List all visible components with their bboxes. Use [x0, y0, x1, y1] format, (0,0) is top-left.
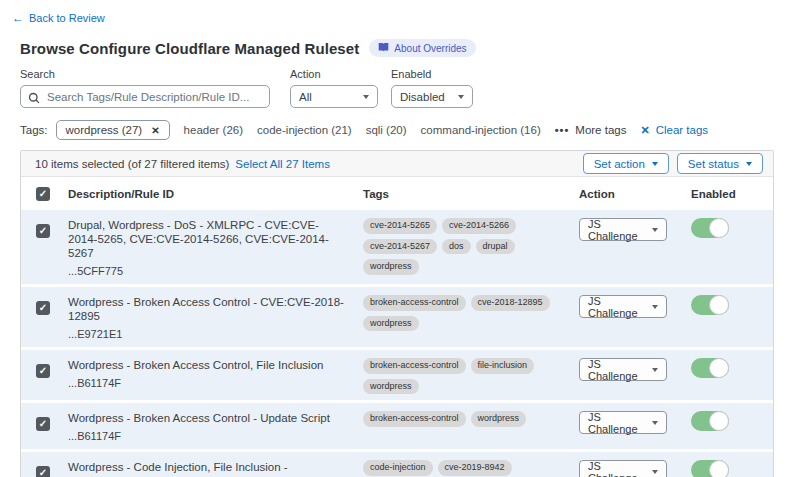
- page-title: Browse Configure Cloudflare Managed Rule…: [20, 40, 359, 57]
- enabled-toggle[interactable]: [691, 218, 729, 238]
- column-header-action: Action: [579, 188, 691, 200]
- back-link[interactable]: ← Back to Review: [12, 12, 105, 24]
- clear-tags-label: Clear tags: [656, 124, 708, 136]
- set-status-button[interactable]: Set status: [677, 153, 763, 174]
- row-checkbox[interactable]: ✓: [36, 417, 50, 431]
- rule-id: ...B61174F: [68, 430, 363, 443]
- check-icon: ✓: [39, 419, 47, 429]
- set-action-label: Set action: [594, 158, 645, 170]
- row-action-select[interactable]: JS Challenge: [579, 460, 667, 477]
- set-action-button[interactable]: Set action: [583, 153, 669, 174]
- row-checkbox[interactable]: ✓: [36, 301, 50, 315]
- remove-tag-icon[interactable]: ✕: [151, 125, 159, 136]
- select-all-link[interactable]: Select All 27 Items: [235, 158, 330, 170]
- tag-pill: wordpress: [363, 316, 419, 332]
- column-header-enabled: Enabled: [691, 188, 773, 200]
- rule-description: Drupal, Wordpress - DoS - XMLRPC - CVE:C…: [68, 218, 363, 260]
- row-action-select[interactable]: JS Challenge: [579, 295, 667, 318]
- selected-tag-label: wordpress (27): [66, 124, 143, 136]
- enabled-filter: Enabeld Disabled: [391, 68, 473, 108]
- select-all-checkbox[interactable]: ✓: [36, 187, 50, 201]
- tag-pill: broken-access-control: [363, 295, 466, 311]
- row-checkbox[interactable]: ✓: [36, 224, 50, 238]
- caret-down-icon: [652, 162, 658, 166]
- caret-down-icon: [458, 95, 464, 99]
- action-select-value: All: [299, 91, 312, 103]
- rule-description: Wordpress - Broken Access Control - CVE:…: [68, 295, 363, 323]
- caret-down-icon: [652, 421, 658, 425]
- more-tags-button[interactable]: ••• More tags: [555, 124, 627, 136]
- action-filter: Action All: [290, 68, 378, 108]
- row-checkbox[interactable]: ✓: [36, 466, 50, 477]
- ellipsis-icon: •••: [555, 124, 570, 136]
- action-select[interactable]: All: [290, 85, 378, 108]
- about-overrides-label: About Overrides: [394, 43, 466, 54]
- ruleset-panel: 10 items selected (of 27 filtered items)…: [20, 150, 774, 477]
- tag-option[interactable]: code-injection (21): [257, 124, 352, 136]
- tag-pill: wordpress: [363, 259, 419, 275]
- toggle-knob: [709, 411, 729, 431]
- tags-bar-label: Tags:: [20, 124, 48, 136]
- back-link-label: Back to Review: [29, 12, 105, 24]
- toggle-knob: [709, 295, 729, 315]
- selection-summary: 10 items selected (of 27 filtered items): [35, 158, 229, 170]
- table-row: ✓ Wordpress - Code Injection, File Inclu…: [21, 452, 773, 477]
- tags-bar: Tags: wordpress (27) ✕ header (26)code-i…: [20, 118, 774, 142]
- table-body: ✓ Drupal, Wordpress - DoS - XMLRPC - CVE…: [21, 210, 773, 477]
- search-icon: [28, 90, 40, 108]
- selection-bar: 10 items selected (of 27 filtered items)…: [21, 151, 773, 177]
- row-action-value: JS Challenge: [588, 460, 652, 477]
- rule-description: Wordpress - Broken Access Control, File …: [68, 358, 363, 372]
- about-overrides-badge[interactable]: About Overrides: [369, 39, 475, 57]
- rule-description: Wordpress - Code Injection, File Inclusi…: [68, 460, 363, 477]
- row-action-select[interactable]: JS Challenge: [579, 411, 667, 434]
- action-label: Action: [290, 68, 378, 80]
- tag-option[interactable]: command-injection (16): [421, 124, 541, 136]
- back-arrow-icon: ←: [12, 12, 24, 24]
- enabled-toggle[interactable]: [691, 411, 729, 431]
- enabled-toggle[interactable]: [691, 460, 729, 477]
- check-icon: ✓: [39, 366, 47, 376]
- caret-down-icon: [652, 305, 658, 309]
- rule-description: Wordpress - Broken Access Control - Upda…: [68, 411, 363, 425]
- search-box: [20, 85, 270, 108]
- row-action-select[interactable]: JS Challenge: [579, 358, 667, 381]
- table-row: ✓ Wordpress - Broken Access Control, Fil…: [21, 350, 773, 400]
- enabled-label: Enabeld: [391, 68, 473, 80]
- tag-option[interactable]: header (26): [184, 124, 243, 136]
- set-status-label: Set status: [688, 158, 739, 170]
- enabled-select[interactable]: Disabled: [391, 85, 473, 108]
- tag-pill: wordpress: [471, 411, 527, 427]
- tag-options: header (26)code-injection (21)sqli (20)c…: [184, 124, 541, 136]
- selected-tag-chip[interactable]: wordpress (27) ✕: [56, 120, 170, 140]
- tag-pill: broken-access-control: [363, 358, 466, 374]
- toggle-knob: [709, 218, 729, 238]
- clear-icon: ✕: [640, 124, 649, 137]
- table-row: ✓ Drupal, Wordpress - DoS - XMLRPC - CVE…: [21, 210, 773, 284]
- enabled-toggle[interactable]: [691, 358, 729, 378]
- row-checkbox[interactable]: ✓: [36, 364, 50, 378]
- row-action-value: JS Challenge: [588, 411, 652, 435]
- check-icon: ✓: [39, 226, 47, 236]
- filters: Search Action All Enabeld Disabled: [20, 68, 774, 108]
- rule-id: ...B61174F: [68, 377, 363, 390]
- clear-tags-button[interactable]: ✕ Clear tags: [640, 124, 708, 137]
- search-input[interactable]: [20, 85, 270, 108]
- title-row: Browse Configure Cloudflare Managed Rule…: [20, 38, 774, 58]
- tag-pill: broken-access-control: [363, 411, 466, 427]
- tag-pill: cve-2014-5265: [363, 218, 437, 234]
- rule-tags: broken-access-controlwordpress: [363, 411, 579, 427]
- tag-option[interactable]: sqli (20): [366, 124, 407, 136]
- search-filter: Search: [20, 68, 270, 108]
- enabled-toggle[interactable]: [691, 295, 729, 315]
- table-row: ✓ Wordpress - Broken Access Control - Up…: [21, 403, 773, 449]
- column-header-tags: Tags: [363, 188, 579, 200]
- row-action-select[interactable]: JS Challenge: [579, 218, 667, 241]
- tag-pill: wordpress: [363, 379, 419, 395]
- tag-pill: file-inclusion: [471, 358, 535, 374]
- enabled-select-value: Disabled: [400, 91, 445, 103]
- tag-pill: code-injection: [363, 460, 433, 476]
- rule-tags: broken-access-controlcve-2018-12895wordp…: [363, 295, 579, 331]
- tag-pill: dos: [442, 239, 471, 255]
- caret-down-icon: [652, 228, 658, 232]
